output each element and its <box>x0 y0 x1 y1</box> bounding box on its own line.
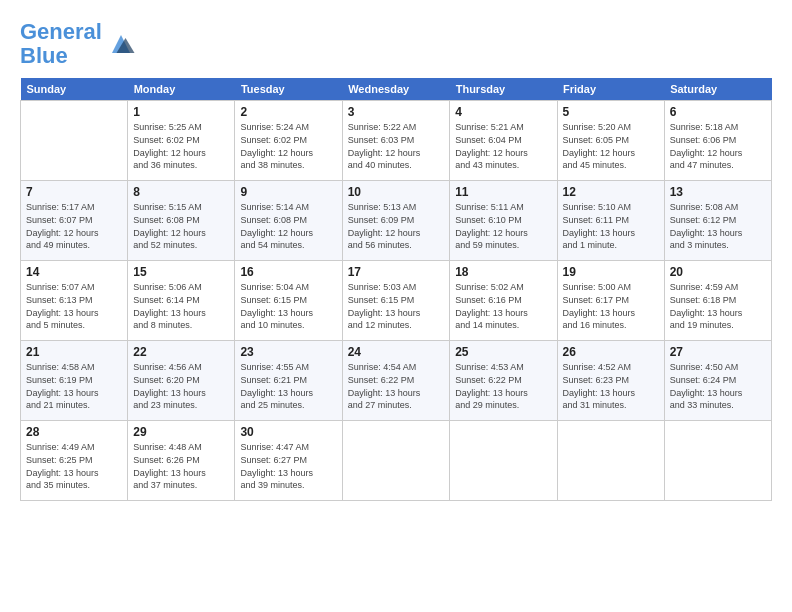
day-info: Sunrise: 5:08 AM Sunset: 6:12 PM Dayligh… <box>670 201 766 251</box>
calendar-cell: 23Sunrise: 4:55 AM Sunset: 6:21 PM Dayli… <box>235 341 342 421</box>
calendar-cell: 10Sunrise: 5:13 AM Sunset: 6:09 PM Dayli… <box>342 181 450 261</box>
day-number: 6 <box>670 105 766 119</box>
logo-general: General <box>20 19 102 44</box>
day-info: Sunrise: 5:20 AM Sunset: 6:05 PM Dayligh… <box>563 121 659 171</box>
calendar-day-header: Monday <box>128 78 235 101</box>
calendar-cell: 17Sunrise: 5:03 AM Sunset: 6:15 PM Dayli… <box>342 261 450 341</box>
calendar-cell: 27Sunrise: 4:50 AM Sunset: 6:24 PM Dayli… <box>664 341 771 421</box>
day-info: Sunrise: 5:07 AM Sunset: 6:13 PM Dayligh… <box>26 281 122 331</box>
calendar-cell: 15Sunrise: 5:06 AM Sunset: 6:14 PM Dayli… <box>128 261 235 341</box>
calendar-week-row: 21Sunrise: 4:58 AM Sunset: 6:19 PM Dayli… <box>21 341 772 421</box>
day-number: 14 <box>26 265 122 279</box>
calendar-header-row: SundayMondayTuesdayWednesdayThursdayFrid… <box>21 78 772 101</box>
calendar-cell: 22Sunrise: 4:56 AM Sunset: 6:20 PM Dayli… <box>128 341 235 421</box>
calendar-cell: 11Sunrise: 5:11 AM Sunset: 6:10 PM Dayli… <box>450 181 557 261</box>
day-number: 23 <box>240 345 336 359</box>
day-info: Sunrise: 4:59 AM Sunset: 6:18 PM Dayligh… <box>670 281 766 331</box>
calendar-day-header: Wednesday <box>342 78 450 101</box>
day-info: Sunrise: 5:10 AM Sunset: 6:11 PM Dayligh… <box>563 201 659 251</box>
calendar-day-header: Saturday <box>664 78 771 101</box>
day-number: 13 <box>670 185 766 199</box>
calendar-cell: 28Sunrise: 4:49 AM Sunset: 6:25 PM Dayli… <box>21 421 128 501</box>
calendar-week-row: 1Sunrise: 5:25 AM Sunset: 6:02 PM Daylig… <box>21 101 772 181</box>
day-number: 27 <box>670 345 766 359</box>
day-info: Sunrise: 5:00 AM Sunset: 6:17 PM Dayligh… <box>563 281 659 331</box>
day-number: 30 <box>240 425 336 439</box>
day-number: 28 <box>26 425 122 439</box>
page-header: General Blue <box>20 20 772 68</box>
calendar-cell: 6Sunrise: 5:18 AM Sunset: 6:06 PM Daylig… <box>664 101 771 181</box>
calendar-cell: 19Sunrise: 5:00 AM Sunset: 6:17 PM Dayli… <box>557 261 664 341</box>
calendar-cell <box>342 421 450 501</box>
day-info: Sunrise: 4:47 AM Sunset: 6:27 PM Dayligh… <box>240 441 336 491</box>
day-info: Sunrise: 4:58 AM Sunset: 6:19 PM Dayligh… <box>26 361 122 411</box>
day-info: Sunrise: 5:13 AM Sunset: 6:09 PM Dayligh… <box>348 201 445 251</box>
day-number: 20 <box>670 265 766 279</box>
calendar-cell: 14Sunrise: 5:07 AM Sunset: 6:13 PM Dayli… <box>21 261 128 341</box>
day-info: Sunrise: 4:50 AM Sunset: 6:24 PM Dayligh… <box>670 361 766 411</box>
day-number: 10 <box>348 185 445 199</box>
calendar-cell: 29Sunrise: 4:48 AM Sunset: 6:26 PM Dayli… <box>128 421 235 501</box>
calendar-cell: 9Sunrise: 5:14 AM Sunset: 6:08 PM Daylig… <box>235 181 342 261</box>
page-container: General Blue SundayMondayTuesdayWednesda… <box>0 0 792 612</box>
day-number: 17 <box>348 265 445 279</box>
day-info: Sunrise: 5:04 AM Sunset: 6:15 PM Dayligh… <box>240 281 336 331</box>
calendar-cell: 26Sunrise: 4:52 AM Sunset: 6:23 PM Dayli… <box>557 341 664 421</box>
day-number: 15 <box>133 265 229 279</box>
calendar-cell <box>450 421 557 501</box>
day-info: Sunrise: 5:17 AM Sunset: 6:07 PM Dayligh… <box>26 201 122 251</box>
calendar-cell: 13Sunrise: 5:08 AM Sunset: 6:12 PM Dayli… <box>664 181 771 261</box>
logo: General Blue <box>20 20 136 68</box>
calendar-week-row: 14Sunrise: 5:07 AM Sunset: 6:13 PM Dayli… <box>21 261 772 341</box>
day-info: Sunrise: 5:03 AM Sunset: 6:15 PM Dayligh… <box>348 281 445 331</box>
day-info: Sunrise: 5:06 AM Sunset: 6:14 PM Dayligh… <box>133 281 229 331</box>
day-number: 25 <box>455 345 551 359</box>
day-number: 8 <box>133 185 229 199</box>
calendar-day-header: Thursday <box>450 78 557 101</box>
day-number: 22 <box>133 345 229 359</box>
day-number: 2 <box>240 105 336 119</box>
calendar-cell: 21Sunrise: 4:58 AM Sunset: 6:19 PM Dayli… <box>21 341 128 421</box>
calendar-cell: 30Sunrise: 4:47 AM Sunset: 6:27 PM Dayli… <box>235 421 342 501</box>
day-number: 16 <box>240 265 336 279</box>
calendar-cell: 2Sunrise: 5:24 AM Sunset: 6:02 PM Daylig… <box>235 101 342 181</box>
day-info: Sunrise: 5:02 AM Sunset: 6:16 PM Dayligh… <box>455 281 551 331</box>
day-info: Sunrise: 4:48 AM Sunset: 6:26 PM Dayligh… <box>133 441 229 491</box>
logo-text: General Blue <box>20 20 102 68</box>
calendar-cell: 24Sunrise: 4:54 AM Sunset: 6:22 PM Dayli… <box>342 341 450 421</box>
calendar-cell: 3Sunrise: 5:22 AM Sunset: 6:03 PM Daylig… <box>342 101 450 181</box>
day-number: 12 <box>563 185 659 199</box>
day-number: 3 <box>348 105 445 119</box>
day-info: Sunrise: 5:14 AM Sunset: 6:08 PM Dayligh… <box>240 201 336 251</box>
day-number: 29 <box>133 425 229 439</box>
calendar-cell: 25Sunrise: 4:53 AM Sunset: 6:22 PM Dayli… <box>450 341 557 421</box>
day-number: 1 <box>133 105 229 119</box>
day-number: 9 <box>240 185 336 199</box>
logo-icon <box>106 29 136 59</box>
calendar-day-header: Friday <box>557 78 664 101</box>
calendar-cell <box>21 101 128 181</box>
calendar-cell <box>664 421 771 501</box>
day-info: Sunrise: 5:22 AM Sunset: 6:03 PM Dayligh… <box>348 121 445 171</box>
day-info: Sunrise: 4:53 AM Sunset: 6:22 PM Dayligh… <box>455 361 551 411</box>
calendar-cell: 8Sunrise: 5:15 AM Sunset: 6:08 PM Daylig… <box>128 181 235 261</box>
calendar-cell: 16Sunrise: 5:04 AM Sunset: 6:15 PM Dayli… <box>235 261 342 341</box>
day-info: Sunrise: 5:25 AM Sunset: 6:02 PM Dayligh… <box>133 121 229 171</box>
day-number: 21 <box>26 345 122 359</box>
day-number: 19 <box>563 265 659 279</box>
calendar-cell: 20Sunrise: 4:59 AM Sunset: 6:18 PM Dayli… <box>664 261 771 341</box>
calendar-cell <box>557 421 664 501</box>
calendar-cell: 1Sunrise: 5:25 AM Sunset: 6:02 PM Daylig… <box>128 101 235 181</box>
day-number: 5 <box>563 105 659 119</box>
day-info: Sunrise: 5:18 AM Sunset: 6:06 PM Dayligh… <box>670 121 766 171</box>
day-info: Sunrise: 4:54 AM Sunset: 6:22 PM Dayligh… <box>348 361 445 411</box>
day-info: Sunrise: 4:56 AM Sunset: 6:20 PM Dayligh… <box>133 361 229 411</box>
logo-blue: Blue <box>20 43 68 68</box>
day-number: 18 <box>455 265 551 279</box>
day-number: 24 <box>348 345 445 359</box>
calendar-cell: 12Sunrise: 5:10 AM Sunset: 6:11 PM Dayli… <box>557 181 664 261</box>
calendar-cell: 7Sunrise: 5:17 AM Sunset: 6:07 PM Daylig… <box>21 181 128 261</box>
calendar-table: SundayMondayTuesdayWednesdayThursdayFrid… <box>20 78 772 501</box>
calendar-week-row: 28Sunrise: 4:49 AM Sunset: 6:25 PM Dayli… <box>21 421 772 501</box>
day-info: Sunrise: 4:55 AM Sunset: 6:21 PM Dayligh… <box>240 361 336 411</box>
